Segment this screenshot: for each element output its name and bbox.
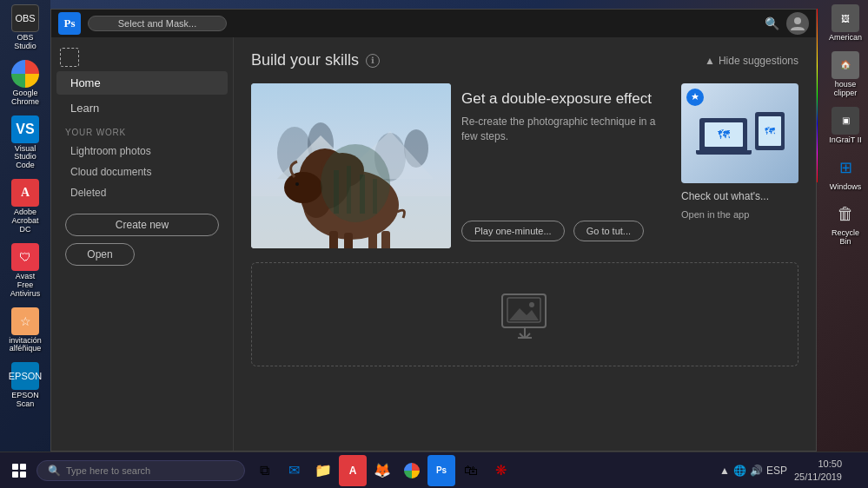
marquee-tool-icon[interactable] xyxy=(60,48,79,67)
clock-time: 10:50 xyxy=(794,458,842,470)
svg-rect-16 xyxy=(344,233,353,248)
ps-titlebar-actions: 🔍 xyxy=(765,12,809,35)
sidebar-item-learn[interactable]: Learn xyxy=(56,96,228,120)
go-to-tutorial-button[interactable]: Go to tut... xyxy=(573,221,644,241)
sidebar-item-home[interactable]: Home xyxy=(56,71,228,95)
build-skills-header: Build your skills ℹ ▲ Hide suggestions xyxy=(251,51,798,69)
svg-point-0 xyxy=(794,17,801,24)
svg-point-14 xyxy=(295,182,299,186)
ps-search-bar[interactable]: Select and Mask... xyxy=(88,16,227,31)
system-tray-icons: ▲ 🌐 🔊 ESP xyxy=(719,465,787,477)
open-in-app-link[interactable]: Open in the app xyxy=(681,209,798,220)
desktop-icon-avast[interactable]: 🛡 Avast Free Antivirus xyxy=(4,241,46,301)
svg-rect-23 xyxy=(373,179,377,214)
taskbar-icon-firefox[interactable]: 🦊 xyxy=(368,455,396,486)
taskbar-icon-taskview[interactable]: ⧉ xyxy=(250,455,278,486)
icon-label: Adobe Acrobat DC xyxy=(7,208,43,234)
desktop-icon-ingrait[interactable]: ▣ InGraiT II xyxy=(825,104,866,148)
whats-new-badge xyxy=(686,89,704,106)
taskbar-icon-adobe[interactable]: A xyxy=(339,455,367,486)
desktop-icon-invitacion[interactable]: ☆ invitación alféñique xyxy=(4,305,46,357)
taskbar: 🔍 Type here to search ⧉ ✉ 📁 A 🦊 Ps 🛍 ❋ ▲… xyxy=(0,452,868,488)
hide-suggestions-button[interactable]: ▲ Hide suggestions xyxy=(705,55,798,67)
ps-sidebar: Home Learn YOUR WORK Lightroom photos Cl… xyxy=(51,37,234,451)
taskbar-search[interactable]: 🔍 Type here to search xyxy=(36,460,245,481)
taskbar-icon-store[interactable]: 🛍 xyxy=(457,455,485,486)
icon-label: Windows xyxy=(830,183,862,192)
ps-logo: Ps xyxy=(58,12,81,35)
card-buttons: Play one-minute... Go to tut... xyxy=(461,221,671,241)
card-description: Re-create the photographic technique in … xyxy=(461,115,671,144)
icon-label: Avast Free Antivirus xyxy=(7,273,43,299)
build-skills-title: Build your skills xyxy=(251,51,359,69)
sidebar-item-deleted[interactable]: Deleted xyxy=(51,182,233,203)
taskbar-search-icon: 🔍 xyxy=(48,465,61,477)
svg-point-13 xyxy=(284,172,322,203)
chevron-up-tray-icon[interactable]: ▲ xyxy=(719,465,730,477)
desktop-icon-american[interactable]: 🖼 American xyxy=(825,2,866,45)
desktop-icon-vscode[interactable]: VS Visual Studio Code xyxy=(4,113,46,174)
info-icon[interactable]: ℹ xyxy=(366,54,380,68)
start-button[interactable] xyxy=(3,455,35,486)
svg-rect-20 xyxy=(334,170,339,214)
icon-label: Visual Studio Code xyxy=(7,145,43,171)
volume-icon[interactable]: 🔊 xyxy=(750,465,763,477)
desktop-icon-epson[interactable]: EPSON EPSON Scan xyxy=(4,359,46,412)
play-one-minute-button[interactable]: Play one-minute... xyxy=(461,221,565,241)
create-new-button[interactable]: Create new xyxy=(65,214,219,236)
icon-label: American xyxy=(829,34,862,43)
desktop-icon-acrobat[interactable]: A Adobe Acrobat DC xyxy=(4,176,46,237)
desktop-icon-windows[interactable]: ⊞ Windows xyxy=(825,151,866,195)
icon-label: Recycle Bin xyxy=(827,229,864,247)
svg-rect-22 xyxy=(360,175,365,214)
drop-area-icon xyxy=(499,291,551,339)
network-icon[interactable]: 🌐 xyxy=(733,465,746,477)
icon-label: Google Chrome xyxy=(7,89,43,107)
taskbar-icon-mail[interactable]: ✉ xyxy=(280,455,308,486)
hide-suggestions-label: Hide suggestions xyxy=(719,55,798,67)
taskbar-icon-other[interactable]: ❋ xyxy=(487,455,514,486)
icon-label: InGraiT II xyxy=(829,136,861,145)
ps-window: Ps Select and Mask... 🔍 Home Learn YOUR … xyxy=(50,9,817,452)
ps-titlebar: Ps Select and Mask... 🔍 xyxy=(51,10,816,37)
bison-image-card xyxy=(251,83,451,248)
ps-body: Home Learn YOUR WORK Lightroom photos Cl… xyxy=(51,37,816,451)
windows-start-icon xyxy=(12,464,26,478)
desktop-icon-obs[interactable]: OBS OBS Studio xyxy=(4,2,46,54)
desktop-icon-chrome[interactable]: Google Chrome xyxy=(4,57,46,109)
desktop-icon-house[interactable]: 🏠 house clipper xyxy=(825,49,866,101)
svg-rect-17 xyxy=(368,231,377,248)
clock[interactable]: 10:50 25/11/2019 xyxy=(794,458,842,483)
taskbar-icon-chrome[interactable] xyxy=(398,455,426,486)
icon-label: OBS Studio xyxy=(7,34,43,51)
desktop-icons-right: 🖼 American 🏠 house clipper ▣ InGraiT II … xyxy=(823,0,868,452)
desktop-icons-left: OBS OBS Studio Google Chrome VS Visual S… xyxy=(0,0,50,452)
taskbar-icon-ps[interactable]: Ps xyxy=(427,455,455,486)
avatar[interactable] xyxy=(786,12,809,35)
your-work-section-label: YOUR WORK xyxy=(51,121,233,141)
icon-label: invitación alféñique xyxy=(7,337,43,354)
icon-label: house clipper xyxy=(827,81,864,98)
sidebar-item-lightroom[interactable]: Lightroom photos xyxy=(51,141,233,162)
search-icon[interactable]: 🔍 xyxy=(765,16,779,30)
svg-point-26 xyxy=(529,302,534,307)
svg-rect-15 xyxy=(329,231,338,248)
drop-area[interactable] xyxy=(251,262,798,366)
icon-label: EPSON Scan xyxy=(7,392,43,409)
chevron-up-icon: ▲ xyxy=(705,55,715,67)
open-button[interactable]: Open xyxy=(65,243,135,266)
sidebar-item-cloud-docs[interactable]: Cloud documents xyxy=(51,162,233,182)
clock-date: 25/11/2019 xyxy=(794,471,842,483)
desktop-icon-recycle-bin[interactable]: 🗑 Recycle Bin xyxy=(825,197,866,249)
taskbar-icon-explorer[interactable]: 📁 xyxy=(309,455,337,486)
svg-rect-21 xyxy=(347,166,351,214)
whats-new-image: 🗺 🗺 xyxy=(681,83,798,183)
taskbar-search-placeholder: Type here to search xyxy=(66,465,150,476)
sidebar-buttons: Create new Open xyxy=(51,203,233,276)
ps-main: Build your skills ℹ ▲ Hide suggestions xyxy=(234,37,816,451)
language-indicator[interactable]: ESP xyxy=(766,465,787,477)
device-illustration: 🗺 🗺 xyxy=(696,112,785,155)
sidebar-icon-row xyxy=(51,44,233,70)
card-text: Get a double-exposure effect Re-create t… xyxy=(461,83,671,248)
taskbar-app-icons: ⧉ ✉ 📁 A 🦊 Ps 🛍 ❋ xyxy=(250,455,514,486)
